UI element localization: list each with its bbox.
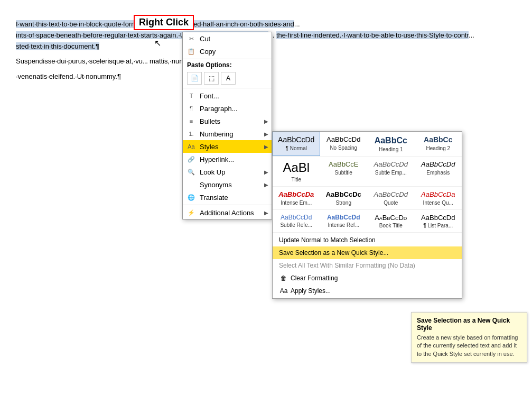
style-book-title[interactable]: AaBbCcDd Book Title	[367, 210, 415, 233]
copy-icon: 📋	[187, 47, 195, 56]
font-icon: T	[187, 91, 195, 100]
separator-after-copy	[183, 59, 272, 59]
synonyms-icon	[187, 180, 195, 189]
styles-row2: AaBl Title AaBbCcE Subtitle AaBbCcDd Sub…	[273, 157, 462, 187]
clear-formatting-icon: 🗑	[279, 274, 288, 282]
style-emphasis[interactable]: AaBbCcDd Emphasis	[415, 157, 462, 186]
paste-options-label: Paste Options:	[183, 60, 272, 70]
styles-arrow: ▶	[264, 144, 268, 150]
styles-row4: AaBbCcDd Subtle Refe... AaBbCcDd Intense…	[273, 210, 462, 233]
context-menu-additional[interactable]: ⚡ Additional Actions ▶	[183, 206, 272, 219]
context-menu: ✂ Cut 📋 Copy Paste Options: 📄 ⬚ A T Font…	[182, 32, 272, 219]
title-name: Title	[275, 177, 318, 182]
cut-label: Cut	[200, 35, 210, 43]
styles-icon: Aa	[187, 142, 195, 151]
intense-ref-preview: AaBbCcDd	[323, 214, 365, 221]
apply-styles-action[interactable]: AaApply Styles...	[273, 285, 462, 297]
heading1-name: Heading 1	[370, 146, 412, 152]
style-title[interactable]: AaBl Title	[273, 157, 320, 186]
numbering-icon: 1.	[187, 130, 195, 138]
lookup-icon: 🔍	[187, 168, 195, 176]
context-menu-cut[interactable]: ✂ Cut	[183, 32, 272, 45]
style-heading2[interactable]: AaBbCc Heading 2	[415, 132, 462, 156]
book-title-preview: AaBbCcDd	[370, 214, 412, 222]
context-menu-styles[interactable]: Aa Styles ▶	[183, 140, 272, 153]
emphasis-preview: AaBbCcDd	[417, 160, 460, 169]
heading2-name: Heading 2	[417, 145, 460, 151]
paste-btn-3[interactable]: A	[221, 72, 236, 85]
tooltip-title: Save Selection as a New Quick Style	[417, 317, 521, 332]
heading2-preview: AaBbCc	[417, 135, 460, 144]
style-intense-em[interactable]: AaBbCcDa Intense Em...	[273, 187, 320, 209]
style-list-para[interactable]: AaBbCcDd ¶ List Para...	[415, 210, 462, 233]
context-menu-font[interactable]: T Font...	[183, 89, 272, 102]
list-para-preview: AaBbCcDd	[417, 214, 460, 222]
intense-ref-name: Intense Ref...	[323, 222, 365, 228]
style-strong[interactable]: AaBbCcDc Strong	[320, 187, 368, 209]
style-no-spacing[interactable]: AaBbCcDd No Spacing	[320, 132, 368, 156]
context-menu-hyperlink[interactable]: 🔗 Hyperlink...	[183, 153, 272, 166]
no-spacing-preview: AaBbCcDd	[323, 135, 365, 144]
style-intense-quote[interactable]: AaBbCcDa Intense Qu...	[415, 187, 462, 209]
context-menu-numbering[interactable]: 1. Numbering ▶	[183, 127, 272, 140]
translate-icon: 🌐	[187, 193, 195, 202]
save-quick-style-action[interactable]: Save Selection as a New Quick Style...	[273, 246, 462, 259]
additional-icon: ⚡	[187, 208, 195, 217]
context-menu-lookup[interactable]: 🔍 Look Up ▶	[183, 166, 272, 178]
style-intense-ref[interactable]: AaBbCcDd Intense Ref...	[320, 210, 368, 233]
emphasis-name: Emphasis	[417, 170, 460, 176]
copy-label: Copy	[200, 48, 216, 56]
lookup-arrow: ▶	[264, 169, 268, 175]
style-quote[interactable]: AaBbCcDd Quote	[367, 187, 415, 209]
context-menu-copy[interactable]: 📋 Copy	[183, 45, 272, 58]
paste-btn-2[interactable]: ⬚	[204, 72, 219, 85]
normal-preview: AaBbCcDd	[275, 135, 318, 144]
synonyms-arrow: ▶	[264, 182, 268, 188]
bullets-icon: ≡	[187, 117, 195, 125]
heading1-preview: AaBbCc	[370, 135, 412, 145]
title-preview: AaBl	[275, 160, 318, 176]
strong-name: Strong	[323, 200, 365, 206]
intense-em-preview: AaBbCcDa	[275, 190, 318, 199]
context-menu-translate[interactable]: 🌐 Translate	[183, 191, 272, 204]
hyperlink-icon: 🔗	[187, 155, 195, 163]
context-menu-paragraph[interactable]: ¶ Paragraph...	[183, 102, 272, 115]
select-similar-action[interactable]: Select All Text With Similar Formatting …	[273, 259, 462, 272]
list-para-name: ¶ List Para...	[417, 223, 460, 228]
context-menu-synonyms[interactable]: Synonyms ▶	[183, 178, 272, 191]
style-subtle-emp[interactable]: AaBbCcDd Subtle Emp...	[367, 157, 415, 186]
tooltip: Save Selection as a New Quick Style Crea…	[411, 312, 527, 363]
style-heading1[interactable]: AaBbCc Heading 1	[367, 132, 415, 156]
clear-formatting-action[interactable]: 🗑Clear Formatting	[273, 272, 462, 285]
paste-btn-1[interactable]: 📄	[187, 72, 202, 85]
numbering-label: Numbering	[200, 130, 234, 138]
subtle-emp-preview: AaBbCcDd	[370, 160, 412, 169]
subtitle-preview: AaBbCcE	[323, 160, 365, 169]
subtle-ref-preview: AaBbCcDd	[275, 214, 318, 221]
apply-styles-icon: Aa	[279, 287, 288, 295]
numbering-arrow: ▶	[264, 131, 268, 137]
separator-before-additional	[183, 205, 272, 205]
lookup-label: Look Up	[200, 168, 225, 176]
style-subtitle[interactable]: AaBbCcE Subtitle	[320, 157, 368, 186]
intense-q-preview: AaBbCcDa	[417, 190, 460, 199]
cut-icon: ✂	[187, 34, 195, 43]
subtle-ref-name: Subtle Refe...	[275, 222, 318, 228]
paste-options-row: 📄 ⬚ A	[183, 70, 272, 87]
text-continuation4: ...	[469, 31, 474, 39]
quote-preview: AaBbCcDd	[370, 190, 412, 199]
selected-text-block4: the·first·line·indented.·I·want·to·be·ab…	[276, 31, 469, 39]
tooltip-body: Create a new style based on formatting o…	[417, 334, 521, 358]
intense-q-name: Intense Qu...	[417, 200, 460, 206]
synonyms-label: Synonyms	[200, 181, 232, 189]
strong-preview: AaBbCcDc	[323, 190, 365, 199]
style-normal[interactable]: AaBbCcDd ¶ Normal	[273, 132, 320, 156]
context-menu-bullets[interactable]: ≡ Bullets ▶	[183, 115, 272, 127]
update-normal-action[interactable]: Update Normal to Match Selection	[273, 234, 462, 246]
no-spacing-name: No Spacing	[323, 145, 365, 151]
quote-name: Quote	[370, 200, 412, 206]
styles-label: Styles	[200, 143, 218, 151]
normal-name: ¶ Normal	[275, 145, 318, 151]
styles-row1: AaBbCcDd ¶ Normal AaBbCcDd No Spacing Aa…	[273, 132, 462, 157]
style-subtle-ref[interactable]: AaBbCcDd Subtle Refe...	[273, 210, 320, 233]
